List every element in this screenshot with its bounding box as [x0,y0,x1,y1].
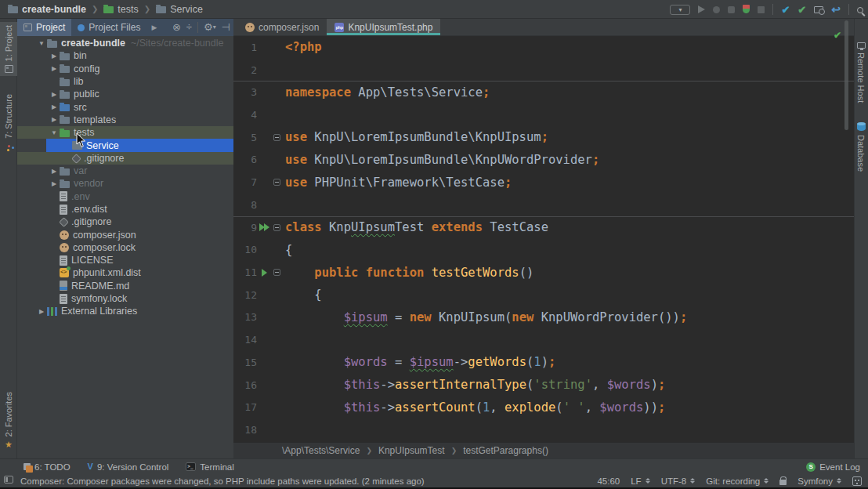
tree-item-lib[interactable]: lib [17,75,233,88]
tab-project[interactable]: Project [17,19,71,36]
tree-item-gitignore[interactable]: .gitignore [17,216,233,228]
fold-marker-icon[interactable] [271,179,282,186]
nav-breadcrumb-tests[interactable]: tests [99,3,143,16]
tree-item-label: phpunit.xml.dist [73,267,141,278]
tree-item-public[interactable]: ▶public [17,88,233,100]
status-widget-utf-8[interactable]: UTF-8 [661,476,696,486]
code-token: = [388,310,410,324]
editor-tab-knpuipsumtest-php[interactable]: KnpUIpsumTest.php [327,19,440,35]
rollback-button[interactable]: ↩ [831,2,841,16]
status-widget-lf[interactable]: LF [631,476,649,486]
settings-button[interactable]: ⚙ [204,22,216,33]
expand-arrow-icon[interactable]: ▶ [49,65,60,72]
expand-arrow-icon[interactable]: ▶ [49,53,60,60]
toolwindow-button-database[interactable]: Database [854,119,868,175]
tree-item-composer-lock[interactable]: composer.lock [17,241,233,254]
tree-item-label: .gitignore [84,153,124,164]
commit-button[interactable]: ✔ [797,2,806,16]
tree-item-phpunit-xml-dist[interactable]: phpunit.xml.dist [17,266,233,279]
expand-arrow-icon[interactable]: ▶ [49,180,60,187]
tree-item-env-dist[interactable]: .env.dist [17,203,233,216]
run-test-icon[interactable] [257,223,271,231]
inspection-status-icon[interactable]: ✔ [834,30,841,41]
code-token: assertCount [395,400,476,415]
lock-status-widget[interactable] [779,476,787,485]
tree-item-gitignore[interactable]: .gitignore [17,152,233,165]
debug-button[interactable] [713,2,720,16]
file-icon [60,205,67,215]
kill-button[interactable] [728,2,735,16]
tree-item-vendor[interactable]: ▶vendor [17,177,233,190]
editor-breadcrumb-testgetparagraphs[interactable]: testGetParagraphs() [463,445,548,456]
fold-marker-icon[interactable] [271,269,282,276]
expand-arrow-icon[interactable]: ▶ [49,103,60,110]
expand-arrow-icon[interactable]: ▶ [49,116,60,123]
tree-item-composer-json[interactable]: composer.json [17,228,233,241]
tree-item-src[interactable]: ▶src [17,100,233,113]
local-history-button[interactable] [814,2,823,16]
left-tool-stripe: 1: Project 7: Structure 2: Favorites ★ [0,19,17,458]
face-status-widget[interactable] [852,476,862,486]
fold-marker-icon[interactable] [271,224,282,231]
code-token: ( [555,400,562,415]
status-message[interactable]: Composer: Composer packages were changed… [0,476,425,486]
tree-item-templates[interactable]: ▶templates [17,114,233,126]
editor-area[interactable]: composer.jsonKnpUIpsumTest.php 1<?php23n… [233,19,854,458]
fold-marker-icon[interactable] [271,134,282,141]
editor-tab-composer-json[interactable]: composer.json [237,19,327,35]
toolwindow-button-favorites[interactable]: 2: Favorites ★ [0,389,17,452]
expand-arrow-icon[interactable]: ▼ [36,40,47,47]
run-with-coverage-button[interactable] [743,2,750,16]
expand-arrow-icon[interactable]: ▶ [49,91,60,98]
hide-button[interactable]: ⊣ [222,22,230,33]
toolwindow-button-project[interactable]: 1: Project [0,22,17,76]
tree-item-var[interactable]: ▶var [17,165,233,177]
search-everywhere-button[interactable] [857,2,863,16]
collapse-all-button[interactable]: ÷ [186,22,192,33]
event-log-button[interactable]: Event Log [806,462,860,472]
tree-item-env[interactable]: .env [17,190,233,203]
expand-arrow-icon[interactable]: ▶ [49,168,60,175]
toolwindow-button-6-todo[interactable]: 6: TODO [24,462,71,472]
tree-item-readme-md[interactable]: README.md [17,280,233,292]
editor-scrollbar[interactable] [844,20,848,130]
line-number: 5 [233,132,257,143]
breadcrumb-label: tests [118,4,138,15]
tree-item-bin[interactable]: ▶bin [17,49,233,62]
nav-breadcrumb-create-bundle[interactable]: create-bundle [3,3,91,16]
status-widget-45-60[interactable]: 45:60 [597,476,620,486]
stop-button[interactable] [758,2,765,16]
tree-item-config[interactable]: ▶config [17,63,233,75]
run-button[interactable] [698,2,705,16]
tree-item-service[interactable]: Service [17,139,233,151]
tree-item-external-libraries[interactable]: ▶External Libraries [17,305,233,317]
toolwindow-button-label: 1: Project [4,25,13,61]
status-widget-symfony[interactable]: Symfony [797,476,841,486]
tab-project-files[interactable]: Project Files [71,19,146,36]
toolwindow-button-remote-host[interactable]: Remote Host [854,39,868,106]
tree-item-symfony-lock[interactable]: symfony.lock [17,292,233,305]
code-text: <?php [282,40,322,54]
expand-arrow-icon[interactable]: ▼ [49,129,60,136]
expand-arrow-icon[interactable]: ▶ [36,308,47,315]
tree-item-license[interactable]: LICENSE [17,254,233,266]
toolwindow-toggle-icon[interactable] [4,476,13,484]
tree-item-path: ~/Sites/create-bundle [131,38,223,49]
tree-item-tests[interactable]: ▼tests [17,126,233,139]
run-test-icon[interactable] [257,269,271,277]
update-project-button[interactable]: ✔ [781,2,790,16]
toolwindow-button-structure[interactable]: 7: Structure [0,91,17,153]
run-config-combo-button[interactable]: ▾ [670,5,690,15]
toolwindow-button-terminal[interactable]: Terminal [186,462,233,472]
tree-item-create-bundle[interactable]: ▼create-bundle~/Sites/create-bundle [17,37,233,49]
locate-button[interactable]: ⊗ [172,22,181,33]
editor-breadcrumb-app-tests-service[interactable]: \App\Tests\Service [282,445,360,456]
code-text: use KnpU\LoremIpsumBundle\KnpUWordProvid… [282,153,599,167]
status-widget-git-recording[interactable]: Git: recording [706,476,769,486]
code-editor[interactable]: 1<?php23namespace App\Tests\Service;45us… [233,36,854,443]
toolwindow-button-9-version-control[interactable]: V9: Version Control [88,462,169,472]
nav-breadcrumb-service[interactable]: Service [151,3,208,16]
code-token: KnpUWordProvider()) [533,310,680,324]
editor-breadcrumb-knpuipsumtest[interactable]: KnpUIpsumTest [378,445,445,456]
chevron-right-icon[interactable]: ▶ [151,24,157,31]
